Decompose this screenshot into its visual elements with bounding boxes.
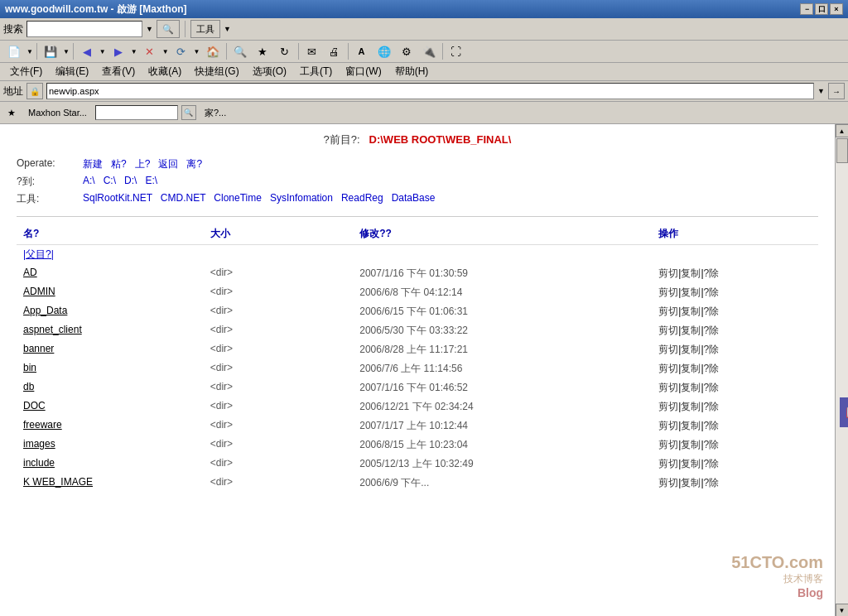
new-page-dropdown[interactable]: ▼ xyxy=(26,48,34,55)
file-op-link[interactable]: ?除 xyxy=(704,401,720,412)
translate-icon[interactable]: 🌐 xyxy=(373,42,395,60)
menu-view[interactable]: 查看(V) xyxy=(95,63,142,80)
file-name-link[interactable]: db xyxy=(23,381,34,392)
file-name-link[interactable]: AD xyxy=(23,267,37,278)
file-op-link[interactable]: ?除 xyxy=(704,420,720,431)
tool-database[interactable]: DataBase xyxy=(392,192,436,204)
col-date[interactable]: 修改?? xyxy=(353,224,652,245)
book-icon[interactable]: 📖 xyxy=(840,397,848,427)
file-name-link[interactable]: aspnet_client xyxy=(23,324,82,335)
save-dropdown[interactable]: ▼ xyxy=(62,48,70,55)
menu-favorites[interactable]: 收藏(A) xyxy=(142,63,188,80)
scroll-track[interactable] xyxy=(836,137,848,604)
refresh2-icon[interactable]: ↻ xyxy=(274,42,296,60)
col-ops[interactable]: 操作 xyxy=(652,224,818,245)
file-op-link[interactable]: 复制 xyxy=(681,363,701,374)
menu-file[interactable]: 文件(F) xyxy=(3,63,49,80)
file-op-link[interactable]: 复制 xyxy=(681,382,701,393)
file-name-link[interactable]: images xyxy=(23,438,55,450)
file-op-link[interactable]: ?除 xyxy=(704,458,720,469)
file-name-link[interactable]: include xyxy=(23,457,55,469)
operate-up-link[interactable]: 上? xyxy=(135,158,151,170)
forward-icon[interactable]: ▶ xyxy=(108,42,129,60)
menu-tools[interactable]: 工具(T) xyxy=(293,63,339,80)
search-dropdown[interactable]: ▼ xyxy=(146,25,153,33)
file-name-link[interactable]: DOC xyxy=(23,400,46,411)
goto-d-link[interactable]: D:\ xyxy=(124,175,137,186)
search-nav-icon[interactable]: 🔍 xyxy=(229,42,251,60)
goto-c-link[interactable]: C:\ xyxy=(104,175,116,186)
operate-back-link[interactable]: 返回 xyxy=(158,158,178,170)
close-button[interactable]: × xyxy=(830,3,843,15)
address-dropdown[interactable]: ▼ xyxy=(817,87,825,95)
search-button[interactable]: 🔍 xyxy=(157,20,180,38)
search-input[interactable] xyxy=(26,21,142,37)
menu-shortcuts[interactable]: 快捷组(G) xyxy=(188,63,245,80)
file-op-link[interactable]: 剪切 xyxy=(658,306,678,317)
menu-options[interactable]: 选项(O) xyxy=(246,63,293,80)
file-op-link[interactable]: ?除 xyxy=(704,363,720,374)
home-icon[interactable]: 🏠 xyxy=(202,42,224,60)
fav-search-btn[interactable]: 🔍 xyxy=(181,105,196,120)
file-name-link[interactable]: bin xyxy=(23,362,36,373)
tool-clonetime[interactable]: CloneTime xyxy=(214,192,262,204)
fullscreen-icon[interactable]: ⛶ xyxy=(446,42,467,60)
address-input[interactable] xyxy=(46,83,814,99)
goto-a-link[interactable]: A:\ xyxy=(83,175,95,186)
plugin-icon[interactable]: 🔌 xyxy=(418,42,440,60)
file-name-link[interactable]: K WEB_IMAGE xyxy=(23,476,93,488)
file-op-link[interactable]: 剪切 xyxy=(658,325,678,336)
tools-button[interactable]: 工具 xyxy=(190,20,220,38)
operate-leave-link[interactable]: 离? xyxy=(186,158,202,170)
menu-window[interactable]: 窗口(W) xyxy=(339,63,388,80)
tool-sysinfomation[interactable]: SysInfomation xyxy=(270,192,333,204)
file-op-link[interactable]: 剪切 xyxy=(658,267,678,279)
save-icon[interactable]: 💾 xyxy=(40,42,61,60)
file-op-link[interactable]: ?除 xyxy=(704,344,720,355)
file-op-link[interactable]: 剪切 xyxy=(658,344,678,355)
file-op-link[interactable]: 复制 xyxy=(681,267,701,279)
file-op-link[interactable]: ?除 xyxy=(704,325,720,336)
fav-small-icon[interactable]: ★ xyxy=(3,103,20,122)
scroll-down-button[interactable]: ▼ xyxy=(836,604,849,616)
minimize-button[interactable]: － xyxy=(800,3,813,15)
address-go-button[interactable]: → xyxy=(828,83,845,99)
fav-item-home[interactable]: 家?... xyxy=(200,106,231,120)
operate-new-link[interactable]: 新建 xyxy=(83,158,103,170)
file-op-link[interactable]: 复制 xyxy=(681,477,701,488)
file-op-link[interactable]: ?除 xyxy=(704,439,720,450)
file-op-link[interactable]: 剪切 xyxy=(658,286,678,298)
file-name-link[interactable]: App_Data xyxy=(23,305,67,316)
file-op-link[interactable]: 剪切 xyxy=(658,420,678,431)
file-op-link[interactable]: ?除 xyxy=(704,477,720,488)
file-op-link[interactable]: 复制 xyxy=(681,458,701,469)
file-op-link[interactable]: ?除 xyxy=(704,382,720,393)
menu-edit[interactable]: 编辑(E) xyxy=(49,63,95,80)
fav-search-input[interactable] xyxy=(95,105,178,120)
tool-sqlrootkit[interactable]: SqlRootKit.NET xyxy=(83,192,152,204)
file-op-link[interactable]: 复制 xyxy=(681,344,701,355)
stop-dropdown[interactable]: ▼ xyxy=(161,48,170,55)
file-op-link[interactable]: ?除 xyxy=(704,286,720,298)
operate-paste-link[interactable]: 粘? xyxy=(111,158,127,170)
fav-item-maxthon[interactable]: Maxhon Star... xyxy=(23,107,92,118)
tools2-icon[interactable]: ⚙ xyxy=(396,42,417,60)
file-name-link[interactable]: freeware xyxy=(23,419,62,431)
refresh-icon[interactable]: ⟳ xyxy=(171,42,192,60)
scroll-thumb[interactable] xyxy=(836,138,848,163)
file-op-link[interactable]: 剪切 xyxy=(658,439,678,450)
refresh-dropdown[interactable]: ▼ xyxy=(193,48,201,55)
parent-dir-link[interactable]: |父目?| xyxy=(23,248,54,260)
file-op-link[interactable]: ?除 xyxy=(704,306,720,317)
file-op-link[interactable]: 剪切 xyxy=(658,458,678,469)
scroll-up-button[interactable]: ▲ xyxy=(836,124,849,137)
mail-icon[interactable]: ✉ xyxy=(301,42,323,60)
tools-dropdown[interactable]: ▼ xyxy=(224,25,231,33)
file-op-link[interactable]: 复制 xyxy=(681,325,701,336)
file-name-link[interactable]: ADMIN xyxy=(23,286,55,297)
col-size[interactable]: 大小 xyxy=(204,224,354,245)
file-op-link[interactable]: 复制 xyxy=(681,401,701,412)
forward-dropdown[interactable]: ▼ xyxy=(130,48,138,55)
favorites-icon[interactable]: ★ xyxy=(252,42,273,60)
file-op-link[interactable]: 剪切 xyxy=(658,477,678,488)
